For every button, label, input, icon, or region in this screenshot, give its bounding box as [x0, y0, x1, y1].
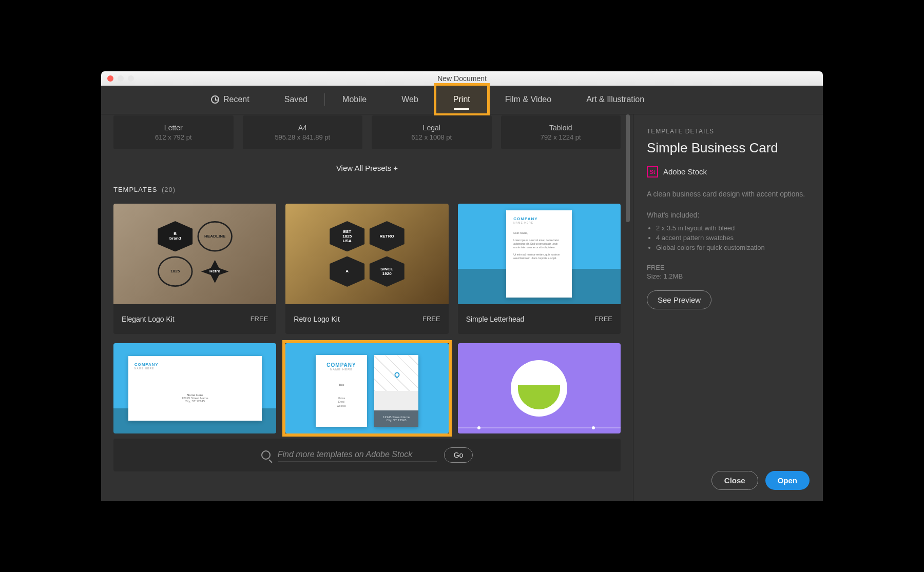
list-item: Global colors for quick customization	[656, 243, 810, 252]
tab-label: Print	[453, 95, 470, 104]
template-thumbnail: EST1825USA RETRO A SINCE1920	[285, 204, 448, 304]
search-input[interactable]	[278, 448, 437, 462]
view-all-presets-link[interactable]: View All Presets +	[113, 164, 621, 172]
tab-label: Film & Video	[505, 95, 551, 104]
template-description: A clean business card design with accent…	[647, 189, 810, 200]
list-item: 4 accent pattern swatches	[656, 233, 810, 243]
template-retro-logo-kit[interactable]: EST1825USA RETRO A SINCE1920 Retro Logo …	[285, 204, 448, 334]
preset-legal[interactable]: Legal612 x 1008 pt	[372, 115, 492, 149]
template-search-bar: Go	[113, 439, 621, 471]
see-preview-button[interactable]: See Preview	[647, 290, 711, 309]
tab-mobile[interactable]: Mobile	[325, 85, 384, 114]
template-elegant-logo-kit[interactable]: Bbrand HEADLINE 1825 Retro Elegant Logo …	[113, 204, 276, 334]
template-thumbnail	[458, 343, 621, 433]
scrollbar[interactable]	[626, 114, 630, 443]
tab-saved[interactable]: Saved	[267, 85, 325, 114]
whats-included-label: What's included:	[647, 211, 810, 219]
template-title: Simple Business Card	[647, 140, 810, 156]
template-simple-envelope[interactable]: COMPANY NAME HERE Name Here12345 Street …	[113, 343, 276, 433]
template-thumbnail: Bbrand HEADLINE 1825 Retro	[113, 204, 276, 304]
tab-film-video[interactable]: Film & Video	[488, 85, 569, 114]
blank-presets-row: Letter612 x 792 pt A4595.28 x 841.89 pt …	[113, 115, 621, 149]
whats-included-list: 2 x 3.5 in layout with bleed 4 accent pa…	[647, 223, 810, 252]
search-icon	[261, 450, 271, 460]
list-item: 2 x 3.5 in layout with bleed	[656, 223, 810, 233]
tab-web[interactable]: Web	[384, 85, 436, 114]
titlebar: New Document	[101, 71, 823, 86]
template-simple-business-card[interactable]: COMPANY NAME HERE Title PhoneEmailWebsit…	[285, 343, 448, 433]
template-thumbnail: COMPANY NAME HERE Name Here12345 Street …	[113, 343, 276, 433]
template-simple-letterhead[interactable]: COMPANY NAME HERE Dear reader,Lorem ipsu…	[458, 204, 621, 334]
clock-icon	[211, 95, 219, 104]
template-purple-avatar[interactable]	[458, 343, 621, 433]
active-tab-indicator	[454, 108, 469, 110]
tab-label: Art & Illustration	[586, 95, 644, 104]
close-button[interactable]: Close	[711, 471, 758, 490]
open-button[interactable]: Open	[765, 471, 810, 490]
preset-tabloid[interactable]: Tabloid792 x 1224 pt	[501, 115, 621, 149]
tab-label: Web	[401, 95, 418, 104]
template-thumbnail: COMPANY NAME HERE Title PhoneEmailWebsit…	[285, 343, 448, 433]
tab-label: Mobile	[342, 95, 367, 104]
go-button[interactable]: Go	[444, 447, 473, 463]
template-thumbnail: COMPANY NAME HERE Dear reader,Lorem ipsu…	[458, 204, 621, 304]
new-document-window: New Document Recent Saved Mobile Web Pri…	[101, 71, 823, 501]
stock-source-row: St Adobe Stock	[647, 166, 810, 177]
price-label: FREE	[647, 264, 810, 271]
template-details-panel: TEMPLATE DETAILS Simple Business Card St…	[633, 114, 823, 501]
size-label: Size: 1.2MB	[647, 272, 810, 280]
scrollbar-thumb[interactable]	[626, 114, 630, 222]
stock-source-label: Adobe Stock	[663, 167, 707, 176]
panel-heading: TEMPLATE DETAILS	[647, 128, 810, 135]
main-content: Letter612 x 792 pt A4595.28 x 841.89 pt …	[101, 114, 633, 501]
tab-print[interactable]: Print	[436, 85, 488, 114]
preset-a4[interactable]: A4595.28 x 841.89 pt	[243, 115, 363, 149]
window-title: New Document	[101, 74, 823, 83]
adobe-stock-icon: St	[647, 166, 658, 177]
tab-recent[interactable]: Recent	[194, 85, 267, 114]
templates-section-header: TEMPLATES (20)	[113, 186, 621, 193]
tab-label: Saved	[284, 95, 307, 104]
preset-letter[interactable]: Letter612 x 792 pt	[113, 115, 234, 149]
tab-art-illustration[interactable]: Art & Illustration	[569, 85, 662, 114]
tab-label: Recent	[223, 95, 249, 104]
category-tabs: Recent Saved Mobile Web Print Film & Vid…	[101, 86, 823, 114]
